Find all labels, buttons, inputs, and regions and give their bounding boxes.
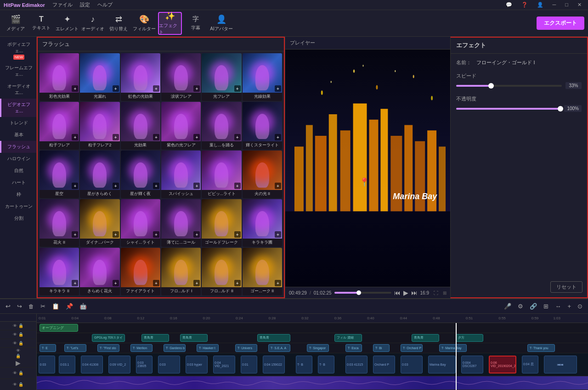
clip-text-13[interactable]: T· Marina Bay: [439, 344, 467, 352]
menu-item-settings[interactable]: 設定: [80, 1, 90, 8]
freeze-button[interactable]: 📌: [64, 302, 75, 311]
sidebar-item-cartoon[interactable]: カートゥーン: [0, 201, 36, 212]
effect-item-18[interactable]: +花火 II: [40, 199, 79, 247]
zoom-out-button[interactable]: ⊙: [576, 302, 584, 311]
bottom-lock-icon[interactable]: 🔒: [18, 382, 23, 387]
effect-item-9[interactable]: +紫色の光フレア: [161, 102, 201, 150]
effect-item-12[interactable]: +星空: [40, 150, 79, 198]
toolbar-text[interactable]: T テキスト: [29, 12, 53, 35]
toolbar-avatar[interactable]: 👤 AIアバター: [209, 12, 233, 35]
icon-question[interactable]: ❓: [519, 2, 531, 8]
audio-eye-icon[interactable]: 👁: [13, 371, 17, 375]
effect-item-3[interactable]: +涙状フレア: [161, 53, 201, 101]
track2-eye-icon[interactable]: 👁: [13, 332, 17, 337]
clip-teal-4[interactable]: 青鳥青: [257, 334, 290, 342]
clip-text-3[interactable]: T· "First sto: [97, 344, 119, 352]
effect-item-6[interactable]: +粒子フレア: [40, 102, 79, 150]
effect-add-btn-25[interactable]: +: [113, 280, 119, 286]
clip-text-8[interactable]: T· S.E.A. A: [268, 344, 290, 352]
effect-add-btn-12[interactable]: +: [72, 183, 78, 189]
effect-add-btn-15[interactable]: +: [193, 183, 200, 189]
effect-add-btn-20[interactable]: +: [153, 231, 159, 238]
effect-item-21[interactable]: +薄てに...コール: [161, 199, 201, 247]
track2-lock-icon[interactable]: 🔒: [18, 332, 23, 337]
bottom-eye-icon[interactable]: 👁: [13, 382, 17, 387]
clip-opening[interactable]: オープニング: [40, 324, 78, 332]
copy-button[interactable]: 📋: [50, 302, 61, 311]
video-clip-1[interactable]: 0:03: [39, 356, 55, 373]
effect-item-14[interactable]: +星が輝く夜: [121, 150, 160, 198]
effect-add-btn-17[interactable]: +: [275, 183, 281, 189]
clip-teal-7[interactable]: 夕方: [456, 334, 483, 342]
effect-add-btn-1[interactable]: +: [113, 85, 119, 92]
video-clip-end[interactable]: 0:04 昆: [522, 356, 538, 373]
split-button[interactable]: ✂: [39, 302, 47, 311]
effect-add-btn-11[interactable]: +: [275, 134, 281, 140]
sidebar-item-video-effect[interactable]: ビデオエフェ...: [0, 99, 36, 117]
effect-item-22[interactable]: +ゴールドフレーク: [202, 199, 241, 247]
effect-add-btn-19[interactable]: +: [113, 231, 119, 238]
effect-item-29[interactable]: +ゴー...ーク II: [243, 248, 282, 295]
toolbar-transition[interactable]: ⇄ 切り替え: [107, 12, 130, 35]
sidebar-item-frame-effect[interactable]: フレームエフェ...: [0, 62, 36, 80]
mic-button[interactable]: 🎤: [502, 302, 513, 311]
effect-add-btn-13[interactable]: +: [113, 183, 119, 189]
link-button[interactable]: 🔗: [528, 302, 539, 311]
clip-text-11[interactable]: T· Bi: [373, 344, 390, 352]
undo-button[interactable]: ↩: [4, 302, 12, 311]
effect-add-btn-27[interactable]: +: [193, 280, 200, 286]
toolbar-element[interactable]: ✦ エレメント: [55, 12, 79, 35]
sidebar-item-flash[interactable]: フラッシュ: [0, 141, 36, 153]
video-clip-2[interactable]: 0:03.1: [59, 356, 75, 373]
effect-item-26[interactable]: +ファイアライト: [121, 248, 160, 295]
effect-add-btn-7[interactable]: +: [113, 134, 119, 140]
prev-frame-button[interactable]: ⏮: [394, 289, 401, 296]
effect-item-0[interactable]: +彩色光効果: [40, 53, 79, 101]
effect-add-btn-28[interactable]: +: [234, 280, 241, 286]
toolbar-effect[interactable]: ✨ エフェクト: [158, 12, 182, 35]
toolbar-media[interactable]: 🎬 メディア: [4, 12, 28, 35]
sidebar-item-heart[interactable]: ハート: [0, 177, 36, 189]
clip-text-1[interactable]: T· E: [40, 344, 56, 352]
effect-item-16[interactable]: +ビビッ...ライト: [202, 150, 241, 198]
fit-button[interactable]: ↔: [553, 302, 563, 311]
clip-text-6[interactable]: T· Hawker t: [197, 344, 219, 352]
video-clip-5[interactable]: 0:03 23605: [136, 356, 153, 373]
clip-teal-3[interactable]: 青鳥青: [180, 334, 208, 342]
menu-item-file[interactable]: ファイル: [52, 1, 73, 8]
sidebar-item-body-effect[interactable]: ボディエフェ...NEW: [0, 39, 36, 62]
effect-add-btn-0[interactable]: +: [72, 85, 78, 92]
effect-item-10[interactable]: +葉し...を踊る: [202, 102, 241, 150]
toolbar-caption[interactable]: 字 字幕: [184, 12, 208, 35]
effect-add-btn-10[interactable]: +: [234, 134, 241, 140]
clip-teal-6[interactable]: 青鳥青: [412, 334, 439, 342]
video-clip-end2[interactable]: ⏮⏭: [544, 356, 577, 373]
effect-item-27[interactable]: +フロ...ルド I: [161, 248, 201, 295]
video-clip-4[interactable]: 0:09 VID_2: [108, 356, 130, 373]
opacity-slider-track[interactable]: [456, 108, 560, 110]
video-clip-dsc[interactable]: 0:004 DSC0267: [461, 356, 483, 373]
track1-lock-icon[interactable]: 🔒: [18, 323, 23, 328]
sidebar-item-frame[interactable]: 枠: [0, 189, 36, 201]
clip-text-2[interactable]: T· "Let's: [64, 344, 86, 352]
reset-button[interactable]: リセット: [550, 281, 582, 293]
redo-button[interactable]: ↪: [15, 302, 24, 311]
icon-chat[interactable]: 💬: [503, 2, 515, 8]
ai-button[interactable]: 🤖: [78, 302, 89, 311]
effect-item-24[interactable]: +キラキラ II: [40, 248, 79, 295]
video-clip-10[interactable]: 0:04 159022: [263, 356, 285, 373]
effect-add-btn-9[interactable]: +: [193, 134, 200, 140]
sidebar-item-basic[interactable]: 基本: [0, 129, 36, 141]
effect-item-19[interactable]: +ダイナ...パーク: [80, 199, 119, 247]
maximize-button[interactable]: □: [562, 2, 571, 8]
menu-item-help[interactable]: ヘルプ: [97, 1, 113, 8]
video-clip-8[interactable]: 0:04 VID_2021: [213, 356, 235, 373]
effect-add-btn-26[interactable]: +: [153, 280, 159, 286]
clip-text-5[interactable]: T· Gardens b: [164, 344, 186, 352]
effect-add-btn-21[interactable]: +: [193, 231, 200, 238]
sidebar-item-split[interactable]: 分割: [0, 212, 36, 224]
effect-add-btn-5[interactable]: +: [275, 85, 281, 92]
minimize-button[interactable]: ─: [550, 2, 559, 8]
effect-item-15[interactable]: +スパイッシュ: [161, 150, 201, 198]
effect-add-btn-18[interactable]: +: [72, 231, 78, 238]
